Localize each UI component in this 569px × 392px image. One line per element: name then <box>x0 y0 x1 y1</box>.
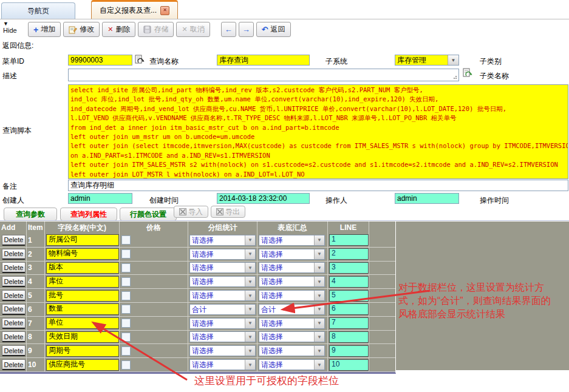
line-number-input[interactable]: 2 <box>329 248 369 260</box>
footer-sum-select[interactable]: 请选择 ▼ <box>259 345 325 356</box>
field-name-input[interactable]: 物料编号 <box>46 248 119 260</box>
price-checkbox[interactable] <box>121 346 131 356</box>
delete-row-button[interactable]: Delete <box>2 262 26 273</box>
group-stat-select[interactable]: 请选择 ▼ <box>189 290 256 301</box>
tab-row-color-settings[interactable]: 行颜色设置 <box>120 208 177 221</box>
group-stat-select[interactable]: 请选择 ▼ <box>189 359 256 370</box>
tab-label: 导航页 <box>27 6 49 16</box>
delete-button[interactable]: ✕ 删除 <box>102 22 135 37</box>
lookup-icon[interactable] <box>463 68 472 78</box>
export-grid-icon <box>216 208 223 215</box>
field-name-input[interactable]: 单位 <box>46 317 119 329</box>
delete-row-button[interactable]: Delete <box>2 359 26 370</box>
hide-panel-toggle[interactable]: ▼ Hide <box>3 20 17 34</box>
line-number-input[interactable]: 1 <box>329 234 369 246</box>
line-number-input[interactable]: 6 <box>329 303 369 315</box>
modify-button[interactable]: 修改 <box>63 22 100 37</box>
create-time-input[interactable]: 2014-03-18 23:32:00 <box>217 193 310 204</box>
footer-sum-select[interactable]: 请选择 ▼ <box>259 318 325 329</box>
field-name-input[interactable]: 库位 <box>46 276 119 288</box>
line-number-input[interactable]: 5 <box>329 290 369 302</box>
export-button[interactable]: 导出 <box>211 206 245 218</box>
tab-query-params[interactable]: 查询参数 <box>4 208 57 221</box>
line-number-input[interactable]: 8 <box>329 331 369 343</box>
footer-sum-select[interactable]: 请选择 ▼ <box>259 331 325 342</box>
cancel-button[interactable]: ✕ 取消 <box>176 22 210 37</box>
field-name-input[interactable]: 供应商批号 <box>46 359 119 371</box>
line-number-input[interactable]: 3 <box>329 262 369 274</box>
chevron-down-icon: ▼ <box>314 263 324 272</box>
group-stat-select[interactable]: 请选择 ▼ <box>189 345 256 356</box>
row-item-number: 4 <box>28 277 32 286</box>
group-stat-select[interactable]: 请选择 ▼ <box>189 318 256 329</box>
row-item-number: 1 <box>28 236 32 245</box>
field-name-input[interactable]: 失效日期 <box>46 331 119 343</box>
delete-row-button[interactable]: Delete <box>2 318 26 329</box>
delete-row-button[interactable]: Delete <box>2 235 26 246</box>
add-button[interactable]: + 增加 <box>28 22 61 37</box>
line-number-input[interactable]: 9 <box>329 345 369 357</box>
group-stat-select[interactable]: 请选择 ▼ <box>189 276 256 287</box>
delete-row-button[interactable]: Delete <box>2 276 26 287</box>
save-button[interactable]: 存储 <box>138 22 174 37</box>
delete-row-button[interactable]: Delete <box>2 249 26 260</box>
import-button[interactable]: 导入 <box>174 206 208 218</box>
field-name-input[interactable]: 周期号 <box>46 345 119 357</box>
tab-navigation-page[interactable]: 导航页 <box>1 2 75 19</box>
group-stat-select[interactable]: 请选择 ▼ <box>189 331 256 342</box>
tab-query-column-props[interactable]: 查询列属性 <box>60 208 117 221</box>
creator-input[interactable]: admin <box>68 193 132 204</box>
footer-sum-select[interactable]: 请选择 ▼ <box>259 276 325 287</box>
description-input[interactable] <box>68 69 459 81</box>
next-record-button[interactable]: → <box>239 22 254 37</box>
resize-grip-icon <box>455 78 457 79</box>
group-stat-select[interactable]: 请选择 ▼ <box>189 249 256 260</box>
footer-sum-select[interactable]: 请选择 ▼ <box>259 249 325 260</box>
price-checkbox[interactable] <box>121 263 131 272</box>
tab-custom-report[interactable]: 自定义报表及查... ✕ <box>91 0 178 19</box>
close-tab-icon[interactable]: ✕ <box>160 6 169 15</box>
delete-row-button[interactable]: Delete <box>2 304 26 315</box>
footer-sum-select[interactable]: 请选择 ▼ <box>259 235 325 246</box>
line-number-input[interactable]: 7 <box>329 317 369 329</box>
menu-id-input[interactable]: 99900003 <box>68 55 132 66</box>
group-stat-select[interactable]: 请选择 ▼ <box>189 235 256 246</box>
delete-row-button[interactable]: Delete <box>2 290 26 301</box>
field-name-input[interactable]: 批号 <box>46 290 119 302</box>
group-stat-select[interactable]: 合计 ▼ <box>189 304 256 315</box>
subcategory-label: 子类别 <box>480 56 502 67</box>
price-checkbox[interactable] <box>121 319 131 328</box>
price-checkbox[interactable] <box>121 291 131 300</box>
line-number-input[interactable]: 4 <box>329 276 369 288</box>
lookup-icon[interactable] <box>135 55 145 65</box>
price-checkbox[interactable] <box>121 360 131 370</box>
price-checkbox[interactable] <box>121 333 131 342</box>
subsystem-select[interactable]: 库存管理 ▼ <box>395 55 459 66</box>
delete-row-button[interactable]: Delete <box>2 345 26 356</box>
field-name-input[interactable]: 数量 <box>46 303 119 315</box>
line-number-input[interactable]: 10 <box>329 359 369 371</box>
undo-arrow-icon: ↶ <box>262 25 268 33</box>
footer-sum-select[interactable]: 请选择 ▼ <box>259 290 325 301</box>
footer-sum-select[interactable]: 合计 ▼ <box>259 304 325 315</box>
column-grid: Add Item 字段名称(中文) 价格 分组统计 表底汇总 LINE Dele… <box>0 221 396 374</box>
price-checkbox[interactable] <box>121 277 131 286</box>
group-stat-select[interactable]: 请选择 ▼ <box>189 262 256 273</box>
price-checkbox[interactable] <box>121 235 131 245</box>
operator-input[interactable]: admin <box>395 193 459 204</box>
chevron-down-icon: ▼ <box>314 235 324 245</box>
delete-row-button[interactable]: Delete <box>2 331 26 342</box>
right-note-line-1: 对于数据栏位，这里设置为统计方 <box>398 282 544 294</box>
price-checkbox[interactable] <box>121 249 131 259</box>
field-name-input[interactable]: 所属公司 <box>46 234 119 246</box>
header-group-stat: 分组统计 <box>188 221 257 234</box>
field-name-input[interactable]: 版本 <box>46 262 119 274</box>
previous-record-button[interactable]: ← <box>221 22 236 37</box>
remark-input[interactable]: 查询库存明细 <box>68 180 568 191</box>
footer-sum-select[interactable]: 请选择 ▼ <box>259 262 325 273</box>
price-checkbox[interactable] <box>121 305 131 314</box>
query-script-editor[interactable]: select ind_site 所属公司,ind_part 物料编号,ind_r… <box>68 84 568 179</box>
footer-sum-select[interactable]: 请选择 ▼ <box>259 359 325 370</box>
query-name-input[interactable]: 库存查询 <box>217 55 310 66</box>
back-button[interactable]: ↶ 返回 <box>256 22 291 37</box>
